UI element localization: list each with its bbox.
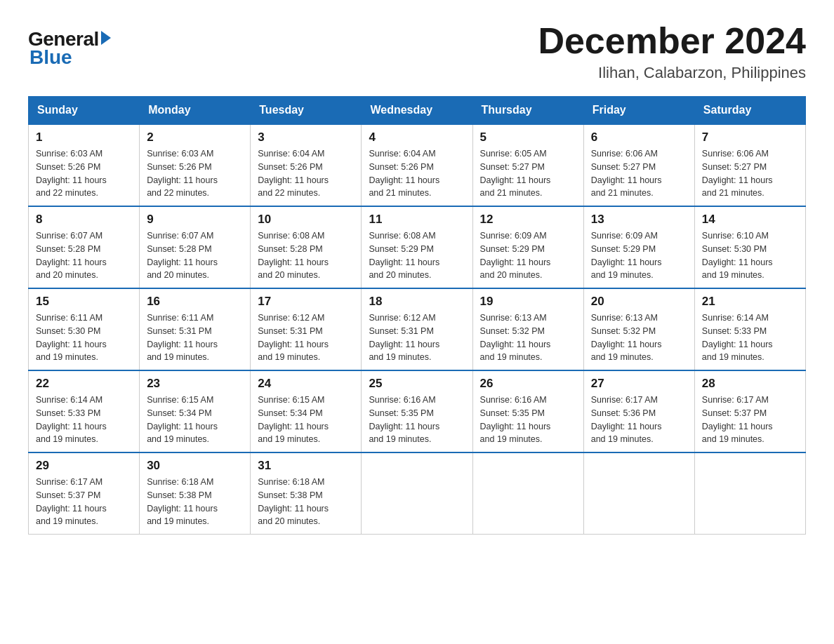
day-info: Sunrise: 6:15 AM Sunset: 5:34 PM Dayligh…	[147, 394, 243, 446]
day-number: 23	[147, 377, 243, 391]
day-info: Sunrise: 6:08 AM Sunset: 5:29 PM Dayligh…	[369, 229, 465, 282]
calendar-cell: 24 Sunrise: 6:15 AM Sunset: 5:34 PM Dayl…	[251, 370, 362, 452]
day-number: 22	[36, 377, 132, 391]
day-info: Sunrise: 6:17 AM Sunset: 5:37 PM Dayligh…	[702, 394, 798, 446]
calendar-cell: 9 Sunrise: 6:07 AM Sunset: 5:28 PM Dayli…	[140, 206, 251, 288]
day-number: 26	[480, 377, 576, 391]
calendar-cell: 13 Sunrise: 6:09 AM Sunset: 5:29 PM Dayl…	[583, 206, 694, 288]
calendar-cell: 6 Sunrise: 6:06 AM Sunset: 5:27 PM Dayli…	[583, 124, 694, 206]
weekday-header-monday: Monday	[140, 97, 251, 125]
calendar-cell: 18 Sunrise: 6:12 AM Sunset: 5:31 PM Dayl…	[362, 288, 472, 370]
weekday-header-saturday: Saturday	[694, 97, 805, 125]
calendar-cell: 21 Sunrise: 6:14 AM Sunset: 5:33 PM Dayl…	[694, 288, 805, 370]
calendar-cell	[694, 452, 805, 535]
day-number: 14	[702, 213, 798, 227]
day-info: Sunrise: 6:06 AM Sunset: 5:27 PM Dayligh…	[702, 147, 798, 200]
day-info: Sunrise: 6:05 AM Sunset: 5:27 PM Dayligh…	[480, 147, 576, 200]
day-info: Sunrise: 6:13 AM Sunset: 5:32 PM Dayligh…	[480, 311, 576, 364]
day-info: Sunrise: 6:03 AM Sunset: 5:26 PM Dayligh…	[36, 147, 132, 200]
calendar-cell: 8 Sunrise: 6:07 AM Sunset: 5:28 PM Dayli…	[29, 206, 140, 288]
day-number: 28	[702, 377, 798, 391]
day-number: 2	[147, 130, 243, 145]
day-info: Sunrise: 6:04 AM Sunset: 5:26 PM Dayligh…	[369, 147, 465, 200]
day-info: Sunrise: 6:09 AM Sunset: 5:29 PM Dayligh…	[480, 229, 576, 282]
day-info: Sunrise: 6:08 AM Sunset: 5:28 PM Dayligh…	[258, 229, 354, 282]
day-info: Sunrise: 6:14 AM Sunset: 5:33 PM Dayligh…	[36, 394, 132, 446]
day-info: Sunrise: 6:11 AM Sunset: 5:30 PM Dayligh…	[36, 311, 132, 364]
week-row-1: 1 Sunrise: 6:03 AM Sunset: 5:26 PM Dayli…	[29, 124, 806, 206]
day-info: Sunrise: 6:09 AM Sunset: 5:29 PM Dayligh…	[591, 229, 687, 282]
day-info: Sunrise: 6:18 AM Sunset: 5:38 PM Dayligh…	[147, 476, 243, 528]
day-info: Sunrise: 6:06 AM Sunset: 5:27 PM Dayligh…	[591, 147, 687, 200]
calendar-cell: 11 Sunrise: 6:08 AM Sunset: 5:29 PM Dayl…	[362, 206, 472, 288]
day-number: 21	[702, 295, 798, 309]
day-number: 20	[591, 295, 687, 309]
day-number: 31	[258, 459, 354, 473]
calendar-cell: 28 Sunrise: 6:17 AM Sunset: 5:37 PM Dayl…	[694, 370, 805, 452]
calendar-cell: 20 Sunrise: 6:13 AM Sunset: 5:32 PM Dayl…	[583, 288, 694, 370]
day-info: Sunrise: 6:07 AM Sunset: 5:28 PM Dayligh…	[147, 229, 243, 282]
day-info: Sunrise: 6:10 AM Sunset: 5:30 PM Dayligh…	[702, 229, 798, 282]
weekday-header-sunday: Sunday	[29, 97, 140, 125]
calendar-cell: 27 Sunrise: 6:17 AM Sunset: 5:36 PM Dayl…	[583, 370, 694, 452]
day-number: 19	[480, 295, 576, 309]
day-info: Sunrise: 6:18 AM Sunset: 5:38 PM Dayligh…	[258, 476, 354, 528]
day-info: Sunrise: 6:12 AM Sunset: 5:31 PM Dayligh…	[369, 311, 465, 364]
calendar-cell: 2 Sunrise: 6:03 AM Sunset: 5:26 PM Dayli…	[140, 124, 251, 206]
day-number: 9	[147, 213, 243, 227]
weekday-header-tuesday: Tuesday	[251, 97, 362, 125]
day-number: 11	[369, 213, 465, 227]
logo: General Blue	[28, 21, 114, 69]
week-row-5: 29 Sunrise: 6:17 AM Sunset: 5:37 PM Dayl…	[29, 452, 806, 535]
day-number: 25	[369, 377, 465, 391]
calendar-cell: 7 Sunrise: 6:06 AM Sunset: 5:27 PM Dayli…	[694, 124, 805, 206]
day-number: 1	[36, 130, 132, 145]
calendar-cell	[472, 452, 583, 535]
day-number: 7	[702, 130, 798, 145]
day-number: 4	[369, 130, 465, 145]
week-row-4: 22 Sunrise: 6:14 AM Sunset: 5:33 PM Dayl…	[29, 370, 806, 452]
day-number: 17	[258, 295, 354, 309]
day-number: 6	[591, 130, 687, 145]
calendar-cell: 10 Sunrise: 6:08 AM Sunset: 5:28 PM Dayl…	[251, 206, 362, 288]
day-info: Sunrise: 6:04 AM Sunset: 5:26 PM Dayligh…	[258, 147, 354, 200]
calendar-cell: 25 Sunrise: 6:16 AM Sunset: 5:35 PM Dayl…	[362, 370, 472, 452]
day-number: 12	[480, 213, 576, 227]
calendar-table: SundayMondayTuesdayWednesdayThursdayFrid…	[28, 96, 806, 535]
calendar-cell: 5 Sunrise: 6:05 AM Sunset: 5:27 PM Dayli…	[472, 124, 583, 206]
week-row-3: 15 Sunrise: 6:11 AM Sunset: 5:30 PM Dayl…	[29, 288, 806, 370]
logo-arrow-icon	[101, 31, 111, 45]
title-area: December 2024 Ilihan, Calabarzon, Philip…	[538, 21, 806, 82]
week-row-2: 8 Sunrise: 6:07 AM Sunset: 5:28 PM Dayli…	[29, 206, 806, 288]
day-info: Sunrise: 6:17 AM Sunset: 5:36 PM Dayligh…	[591, 394, 687, 446]
calendar-cell: 12 Sunrise: 6:09 AM Sunset: 5:29 PM Dayl…	[472, 206, 583, 288]
calendar-cell: 1 Sunrise: 6:03 AM Sunset: 5:26 PM Dayli…	[29, 124, 140, 206]
calendar-cell: 14 Sunrise: 6:10 AM Sunset: 5:30 PM Dayl…	[694, 206, 805, 288]
day-number: 3	[258, 130, 354, 145]
location-title: Ilihan, Calabarzon, Philippines	[538, 64, 806, 82]
page-header: General Blue December 2024 Ilihan, Calab…	[28, 21, 806, 82]
calendar-cell: 4 Sunrise: 6:04 AM Sunset: 5:26 PM Dayli…	[362, 124, 472, 206]
calendar-cell: 15 Sunrise: 6:11 AM Sunset: 5:30 PM Dayl…	[29, 288, 140, 370]
calendar-cell: 26 Sunrise: 6:16 AM Sunset: 5:35 PM Dayl…	[472, 370, 583, 452]
weekday-header-thursday: Thursday	[472, 97, 583, 125]
day-number: 27	[591, 377, 687, 391]
calendar-cell	[362, 452, 472, 535]
calendar-header-row: SundayMondayTuesdayWednesdayThursdayFrid…	[29, 97, 806, 125]
weekday-header-friday: Friday	[583, 97, 694, 125]
day-number: 10	[258, 213, 354, 227]
day-number: 16	[147, 295, 243, 309]
day-info: Sunrise: 6:13 AM Sunset: 5:32 PM Dayligh…	[591, 311, 687, 364]
day-number: 15	[36, 295, 132, 309]
calendar-cell: 23 Sunrise: 6:15 AM Sunset: 5:34 PM Dayl…	[140, 370, 251, 452]
calendar-cell: 31 Sunrise: 6:18 AM Sunset: 5:38 PM Dayl…	[251, 452, 362, 535]
day-info: Sunrise: 6:03 AM Sunset: 5:26 PM Dayligh…	[147, 147, 243, 200]
calendar-cell: 29 Sunrise: 6:17 AM Sunset: 5:37 PM Dayl…	[29, 452, 140, 535]
logo-blue-line2: Blue	[29, 46, 72, 69]
day-info: Sunrise: 6:12 AM Sunset: 5:31 PM Dayligh…	[258, 311, 354, 364]
day-info: Sunrise: 6:07 AM Sunset: 5:28 PM Dayligh…	[36, 229, 132, 282]
day-number: 29	[36, 459, 132, 473]
day-info: Sunrise: 6:11 AM Sunset: 5:31 PM Dayligh…	[147, 311, 243, 364]
calendar-cell	[583, 452, 694, 535]
day-number: 13	[591, 213, 687, 227]
